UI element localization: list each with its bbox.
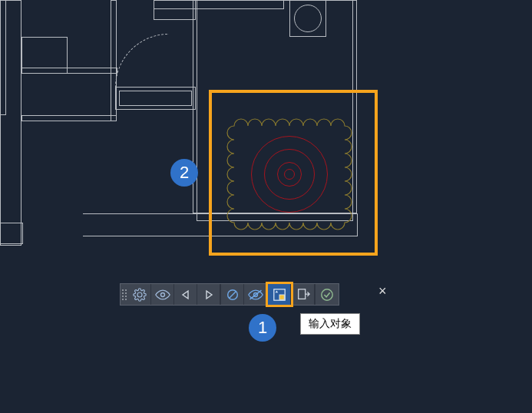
floorplan-line	[0, 223, 23, 244]
annotation-callout-1: 1	[249, 314, 276, 342]
hide-button[interactable]	[244, 284, 267, 305]
eye-icon	[155, 288, 170, 302]
check-circle-icon	[320, 288, 334, 302]
gear-icon	[133, 288, 147, 302]
tooltip-label: 输入对象	[309, 317, 352, 329]
target-circle-center	[284, 169, 295, 180]
callout-1-label: 1	[258, 318, 267, 338]
floorplan-line	[21, 37, 68, 74]
import-object-button[interactable]	[268, 284, 291, 305]
triangle-right-icon	[203, 289, 214, 300]
rug-block[interactable]	[226, 117, 352, 232]
quick-toolbar	[120, 283, 339, 306]
confirm-button[interactable]	[316, 284, 339, 305]
annotation-callout-2: 2	[170, 159, 198, 187]
floorplan-line	[21, 115, 117, 121]
floorplan-line	[119, 91, 192, 106]
toolbar-drag-handle[interactable]	[121, 284, 128, 305]
svg-rect-7	[298, 289, 305, 299]
svg-point-8	[322, 289, 332, 299]
close-toolbar-button[interactable]: ×	[378, 284, 387, 298]
triangle-left-icon	[180, 289, 191, 300]
eye-off-icon	[248, 288, 263, 302]
circle-slash-icon	[226, 288, 240, 302]
drawing-canvas[interactable]: 2	[0, 0, 532, 413]
import-object-icon	[273, 288, 286, 302]
tooltip: 输入对象	[300, 313, 360, 335]
next-button[interactable]	[197, 284, 220, 305]
disable-view-button[interactable]	[221, 284, 244, 305]
export-icon	[296, 288, 310, 302]
export-button[interactable]	[292, 284, 315, 305]
floorplan-line	[154, 0, 196, 20]
prev-button[interactable]	[174, 284, 197, 305]
svg-rect-6	[279, 295, 284, 299]
floorplan-line	[0, 0, 6, 115]
floorplan-line	[294, 5, 322, 32]
callout-2-label: 2	[180, 163, 189, 183]
svg-point-0	[160, 292, 164, 296]
close-icon: ×	[378, 283, 387, 299]
svg-line-2	[229, 291, 236, 298]
settings-button[interactable]	[128, 284, 151, 305]
visibility-button[interactable]	[151, 284, 174, 305]
